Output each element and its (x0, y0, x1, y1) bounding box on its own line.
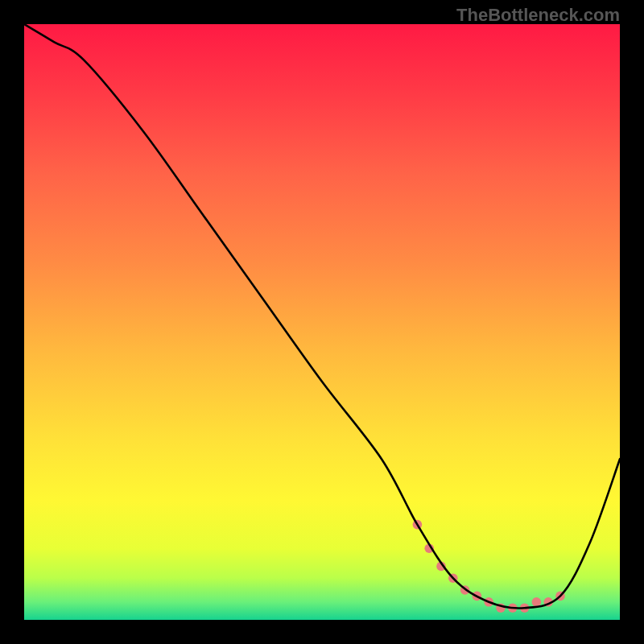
chart-container (24, 24, 620, 620)
chart-background (24, 24, 620, 620)
bottleneck-chart (24, 24, 620, 620)
watermark-text: TheBottleneck.com (456, 5, 620, 26)
